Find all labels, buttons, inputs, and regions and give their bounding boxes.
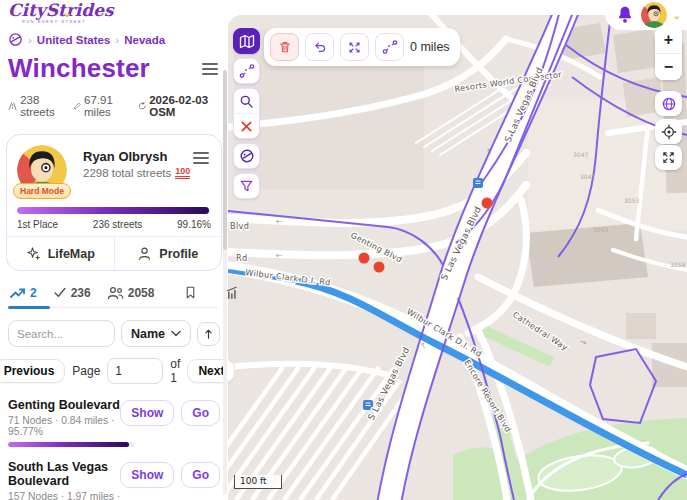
clear-search-button[interactable]: [234, 113, 259, 138]
house-number: 3041: [580, 173, 595, 180]
user-name[interactable]: Ryan Olbrysh: [83, 149, 211, 164]
of-label: of 1: [170, 357, 180, 385]
chevron-down-icon: [171, 330, 181, 337]
street-meta: 71 Nodes · 0.84 miles · 95.77%: [8, 415, 120, 437]
fit-route-button[interactable]: [340, 33, 369, 61]
previous-button[interactable]: Previous: [0, 359, 65, 383]
node-marker[interactable]: [374, 262, 385, 273]
route-distance: 0 miles: [410, 40, 450, 54]
oneway-arrow: ←: [276, 217, 283, 226]
page-label: Page: [72, 364, 100, 378]
street-row: South Las Vegas Boulevard 157 Nodes · 1.…: [8, 460, 220, 500]
tab-in-progress[interactable]: 2: [10, 286, 37, 300]
fullscreen-icon: [661, 150, 676, 165]
sort-dropdown[interactable]: Name: [121, 320, 191, 347]
user-card-menu-icon[interactable]: [193, 149, 209, 167]
road-icon: [8, 100, 17, 113]
header-right: ⌄: [605, 0, 687, 30]
map-icon: [239, 34, 255, 49]
city-stats: 238 streets 67.91 miles 2026-02-03 OSM: [8, 94, 220, 118]
show-button[interactable]: Show: [120, 462, 174, 488]
show-button[interactable]: Show: [120, 400, 174, 426]
city-streets-tool-button[interactable]: [233, 28, 260, 54]
map-scale: 100 ft: [234, 475, 282, 489]
zoom-controls: + −: [655, 27, 682, 80]
sort-direction-button[interactable]: [197, 322, 220, 346]
user-rank: 1st Place: [17, 219, 58, 230]
user-percent: 99.16%: [177, 219, 211, 230]
tab-in-progress-count: 2: [30, 286, 37, 300]
breadcrumb-country[interactable]: United States: [37, 34, 111, 46]
sidebar: › United States › Nevada Winchester 238 …: [0, 0, 228, 500]
undo-button[interactable]: [305, 33, 334, 61]
street-name[interactable]: South Las Vegas Boulevard: [8, 460, 120, 488]
fullscreen-button[interactable]: [655, 145, 682, 170]
breadcrumb-state[interactable]: Nevada: [124, 34, 165, 46]
search-icon: [239, 94, 254, 109]
bookmark-icon: [184, 285, 197, 300]
zoom-in-button[interactable]: +: [655, 27, 682, 53]
user-progress-fill: [17, 207, 209, 214]
locate-icon: [661, 124, 677, 140]
tab-bookmarks[interactable]: [184, 285, 197, 300]
hard-mode-badge: Hard Mode: [13, 183, 71, 199]
page-title: Winchester: [8, 53, 150, 84]
house-number: 3063: [593, 226, 608, 233]
close-icon: [240, 120, 253, 133]
map-container[interactable]: ← ← ← ← → Resorts World Connector S Las …: [228, 15, 687, 500]
street-row: Genting Boulevard 71 Nodes · 0.84 miles …: [8, 398, 220, 447]
tab-users-count: 2058: [128, 286, 155, 300]
logo-chevron-icon[interactable]: ⌄: [62, 6, 72, 20]
street-search-input[interactable]: [8, 320, 115, 347]
route-mode-button[interactable]: [375, 33, 404, 61]
sparkles-icon: [26, 246, 41, 261]
oneway-arrow: ←: [276, 251, 283, 260]
lifemap-label: LifeMap: [48, 247, 95, 261]
tab-users[interactable]: 2058: [107, 286, 155, 300]
account-chevron-icon[interactable]: ⌄: [673, 10, 681, 21]
profile-button[interactable]: Profile: [115, 237, 222, 270]
locate-button[interactable]: [655, 119, 682, 144]
sort-label: Name: [131, 327, 165, 341]
house-number: 3047: [573, 151, 588, 158]
hundred-emoji: 100: [175, 167, 190, 179]
bell-icon[interactable]: [615, 5, 635, 25]
route-icon: [239, 63, 255, 79]
street-count: 238 streets: [20, 94, 60, 118]
go-button[interactable]: Go: [181, 462, 220, 488]
street-name[interactable]: Genting Boulevard: [8, 398, 120, 412]
route-builder-tool-button[interactable]: [233, 58, 260, 84]
delete-route-button[interactable]: [270, 33, 299, 61]
crumb-sep: ›: [115, 34, 119, 46]
logo-tagline: RUN EVERY STREET: [22, 20, 114, 24]
map-canvas[interactable]: ← ← ← ← → Resorts World Connector S Las …: [228, 15, 687, 500]
map-search-button[interactable]: [234, 89, 259, 113]
sidebar-scrollbar[interactable]: [223, 70, 227, 495]
filter-tool-button[interactable]: [233, 173, 260, 199]
filter-icon: [239, 179, 254, 193]
globe-view-button[interactable]: [655, 91, 682, 116]
city-menu-icon[interactable]: [202, 60, 218, 78]
street-tabs: 2 236 2058: [10, 285, 218, 308]
next-button[interactable]: Next: [187, 359, 235, 383]
pencil-icon: [73, 100, 82, 112]
app-logo[interactable]: CityStrides RUN EVERY STREET: [8, 2, 114, 24]
node-marker[interactable]: [482, 198, 493, 209]
undo-icon: [312, 40, 327, 54]
node-marker[interactable]: [359, 253, 370, 264]
refresh-icon: [138, 100, 147, 112]
globe-icon: [239, 148, 255, 164]
go-button[interactable]: Go: [181, 400, 220, 426]
expand-icon: [347, 40, 362, 55]
street-progress-fill: [8, 442, 129, 447]
tab-completed[interactable]: 236: [53, 286, 91, 300]
globe-tool-button[interactable]: [233, 143, 260, 169]
miles-count: 67.91 miles: [84, 94, 126, 118]
osm-date: 2026-02-03 OSM: [149, 94, 212, 118]
page-input[interactable]: [107, 358, 163, 384]
street-meta: 157 Nodes · 1.97 miles · 98.73%: [8, 491, 120, 500]
user-avatar[interactable]: [641, 2, 667, 28]
lifemap-button[interactable]: LifeMap: [7, 237, 115, 270]
zoom-out-button[interactable]: −: [655, 53, 682, 80]
breadcrumb: › United States › Nevada: [8, 32, 220, 47]
